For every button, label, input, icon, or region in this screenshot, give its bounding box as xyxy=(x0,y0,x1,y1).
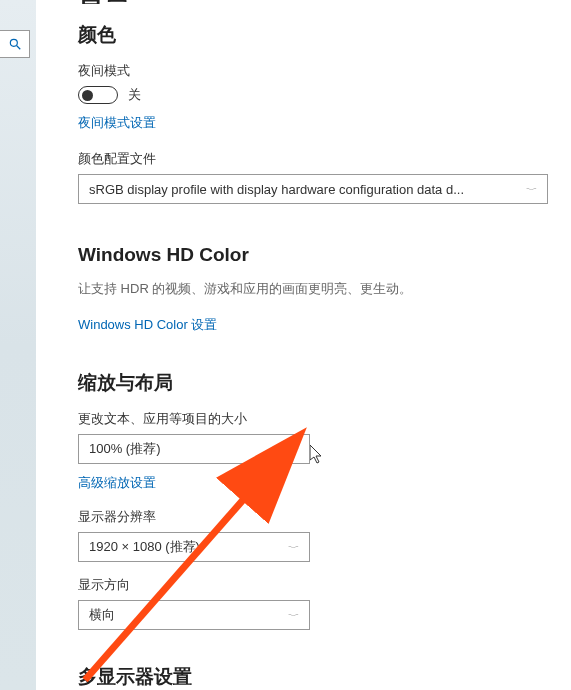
section-hdr-title: Windows HD Color xyxy=(78,244,558,266)
page-title: 显示 xyxy=(78,0,558,4)
chevron-down-icon: ﹀ xyxy=(288,611,299,620)
text-size-label: 更改文本、应用等项目的大小 xyxy=(78,410,558,428)
toggle-knob xyxy=(82,90,93,101)
night-mode-settings-link[interactable]: 夜间模式设置 xyxy=(78,114,156,132)
hdr-description: 让支持 HDR 的视频、游戏和应用的画面更明亮、更生动。 xyxy=(78,280,558,298)
resolution-label: 显示器分辨率 xyxy=(78,508,558,526)
color-profile-dropdown[interactable]: sRGB display profile with display hardwa… xyxy=(78,174,548,204)
chevron-down-icon: ﹀ xyxy=(526,185,537,194)
night-mode-toggle[interactable] xyxy=(78,86,118,104)
chevron-down-icon: ﹀ xyxy=(288,543,299,552)
svg-line-1 xyxy=(16,46,20,50)
text-size-value: 100% (推荐) xyxy=(89,440,161,458)
orientation-dropdown[interactable]: 横向 ﹀ xyxy=(78,600,310,630)
orientation-value: 横向 xyxy=(89,606,115,624)
text-size-dropdown[interactable]: 100% (推荐) ﹀ xyxy=(78,434,310,464)
section-scale-title: 缩放与布局 xyxy=(78,370,558,396)
resolution-value: 1920 × 1080 (推荐) xyxy=(89,538,200,556)
resolution-dropdown[interactable]: 1920 × 1080 (推荐) ﹀ xyxy=(78,532,310,562)
search-input[interactable] xyxy=(0,30,30,58)
advanced-scaling-link[interactable]: 高级缩放设置 xyxy=(78,474,156,492)
night-mode-state: 关 xyxy=(128,86,141,104)
color-profile-label: 颜色配置文件 xyxy=(78,150,558,168)
section-multi-title: 多显示器设置 xyxy=(78,664,558,690)
left-blur-strip xyxy=(0,0,36,690)
chevron-down-icon: ﹀ xyxy=(288,445,299,454)
color-profile-value: sRGB display profile with display hardwa… xyxy=(89,182,464,197)
night-mode-label: 夜间模式 xyxy=(78,62,558,80)
section-colors-title: 颜色 xyxy=(78,22,558,48)
search-icon xyxy=(8,37,22,51)
settings-content: 显示 颜色 夜间模式 关 夜间模式设置 颜色配置文件 sRGB display … xyxy=(78,0,558,690)
hdr-settings-link[interactable]: Windows HD Color 设置 xyxy=(78,316,217,334)
svg-point-0 xyxy=(10,39,17,46)
orientation-label: 显示方向 xyxy=(78,576,558,594)
